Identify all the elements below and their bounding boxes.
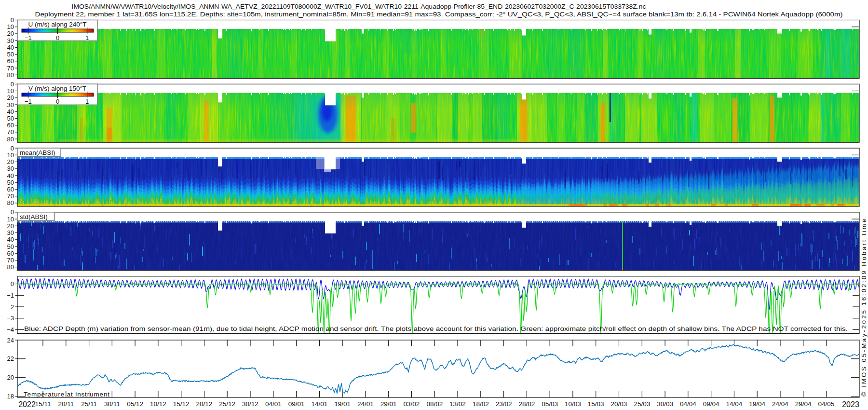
svg-text:Deployment 22, member 1 lat=31: Deployment 22, member 1 lat=31.65S lon=1… — [35, 11, 843, 18]
svg-text:40: 40 — [7, 108, 14, 115]
svg-text:22: 22 — [7, 355, 14, 362]
svg-text:18: 18 — [7, 393, 14, 400]
svg-text:20: 20 — [7, 222, 14, 230]
svg-text:40: 40 — [7, 236, 14, 243]
svg-text:23/02: 23/02 — [496, 400, 512, 408]
svg-text:−3: −3 — [7, 314, 14, 322]
svg-text:−1: −1 — [25, 34, 32, 41]
svg-text:mean(ABSI): mean(ABSI) — [20, 149, 55, 156]
svg-text:80: 80 — [7, 263, 14, 271]
svg-text:50: 50 — [7, 243, 14, 250]
svg-text:40: 40 — [7, 44, 14, 51]
svg-text:−4: −4 — [7, 326, 14, 333]
svg-text:70: 70 — [7, 128, 14, 136]
svg-text:25/11: 25/11 — [81, 400, 97, 408]
svg-text:50: 50 — [7, 51, 14, 58]
svg-text:0: 0 — [11, 145, 14, 152]
svg-text:60: 60 — [7, 122, 14, 129]
svg-text:04/01: 04/01 — [265, 400, 282, 408]
svg-text:60: 60 — [7, 186, 14, 193]
svg-text:2023: 2023 — [842, 400, 859, 409]
svg-text:© IMOS 05-May-2025 16:02:09 Ho: © IMOS 05-May-2025 16:02:09 Hobart time — [860, 219, 868, 396]
svg-text:30: 30 — [7, 37, 14, 44]
svg-text:40: 40 — [7, 172, 14, 179]
svg-text:0: 0 — [11, 280, 14, 287]
svg-text:std(ABSI): std(ABSI) — [20, 213, 48, 220]
svg-text:24/04: 24/04 — [772, 400, 788, 408]
svg-text:14/04: 14/04 — [726, 400, 743, 408]
svg-text:30: 30 — [7, 101, 14, 109]
svg-text:24/01: 24/01 — [357, 400, 374, 408]
svg-text:0: 0 — [11, 16, 14, 24]
svg-text:60: 60 — [7, 250, 14, 257]
svg-text:30: 30 — [7, 165, 14, 172]
svg-text:U (m/s) along 240°T: U (m/s) along 240°T — [28, 21, 87, 28]
svg-text:IMOS/ANMN/WA/WATR10/Velocity/I: IMOS/ANMN/WA/WATR10/Velocity/IMOS_ANMN-W… — [72, 3, 647, 10]
svg-text:09/04: 09/04 — [703, 400, 719, 408]
svg-text:10: 10 — [7, 151, 14, 159]
svg-text:1: 1 — [85, 98, 89, 105]
svg-text:05/03: 05/03 — [542, 400, 558, 408]
svg-text:10/12: 10/12 — [150, 400, 166, 408]
svg-text:80: 80 — [7, 136, 14, 143]
svg-text:10: 10 — [7, 216, 14, 223]
svg-text:20: 20 — [7, 94, 14, 101]
svg-text:15/03: 15/03 — [588, 400, 604, 408]
svg-text:50: 50 — [7, 115, 14, 122]
svg-text:20: 20 — [7, 30, 14, 37]
svg-text:2022: 2022 — [18, 400, 36, 409]
svg-text:14/01: 14/01 — [312, 400, 328, 408]
svg-text:0: 0 — [56, 98, 59, 105]
svg-text:19/04: 19/04 — [749, 400, 765, 408]
svg-text:05/12: 05/12 — [127, 400, 143, 408]
svg-text:25/12: 25/12 — [219, 400, 235, 408]
svg-text:70: 70 — [7, 257, 14, 264]
svg-text:30: 30 — [7, 229, 14, 236]
svg-text:70: 70 — [7, 65, 14, 72]
svg-text:20: 20 — [7, 374, 14, 381]
svg-text:30/11: 30/11 — [104, 400, 120, 408]
svg-text:0: 0 — [56, 34, 59, 41]
svg-text:15/11: 15/11 — [35, 400, 51, 408]
svg-text:0: 0 — [11, 208, 14, 216]
svg-text:30/12: 30/12 — [242, 400, 258, 408]
svg-text:29/04: 29/04 — [795, 400, 812, 408]
svg-text:29/01: 29/01 — [380, 400, 397, 408]
svg-text:Blue: ADCP Depth (m) variation: Blue: ADCP Depth (m) variation from sens… — [24, 325, 848, 332]
svg-text:30/03: 30/03 — [657, 400, 673, 408]
svg-text:24: 24 — [7, 337, 14, 344]
svg-text:04/05: 04/05 — [818, 400, 835, 408]
svg-text:10: 10 — [7, 87, 14, 95]
svg-text:28/02: 28/02 — [519, 400, 535, 408]
svg-text:15/12: 15/12 — [173, 400, 190, 408]
svg-text:−1: −1 — [7, 292, 14, 299]
svg-text:19/01: 19/01 — [334, 400, 351, 408]
svg-text:08/02: 08/02 — [426, 400, 443, 408]
svg-text:60: 60 — [7, 57, 14, 65]
svg-text:70: 70 — [7, 192, 14, 200]
svg-text:10: 10 — [7, 23, 14, 30]
svg-text:25/03: 25/03 — [634, 400, 650, 408]
svg-text:04/04: 04/04 — [680, 400, 696, 408]
svg-text:1: 1 — [85, 34, 89, 41]
svg-text:20/03: 20/03 — [611, 400, 627, 408]
svg-text:10/03: 10/03 — [565, 400, 581, 408]
svg-text:80: 80 — [7, 71, 14, 79]
svg-text:0: 0 — [11, 81, 14, 88]
svg-text:20/11: 20/11 — [58, 400, 74, 408]
svg-text:Temperature at instrument: Temperature at instrument — [24, 391, 109, 398]
svg-text:V (m/s) along 150°T: V (m/s) along 150°T — [28, 85, 86, 92]
svg-text:20/12: 20/12 — [196, 400, 213, 408]
svg-text:−2: −2 — [7, 303, 14, 311]
svg-text:03/02: 03/02 — [404, 400, 420, 408]
svg-text:50: 50 — [7, 179, 14, 186]
svg-text:−1: −1 — [25, 98, 32, 105]
svg-text:20: 20 — [7, 158, 14, 165]
svg-text:13/02: 13/02 — [449, 400, 466, 408]
svg-text:18/02: 18/02 — [473, 400, 489, 408]
svg-text:09/01: 09/01 — [288, 400, 305, 408]
svg-text:80: 80 — [7, 199, 14, 206]
